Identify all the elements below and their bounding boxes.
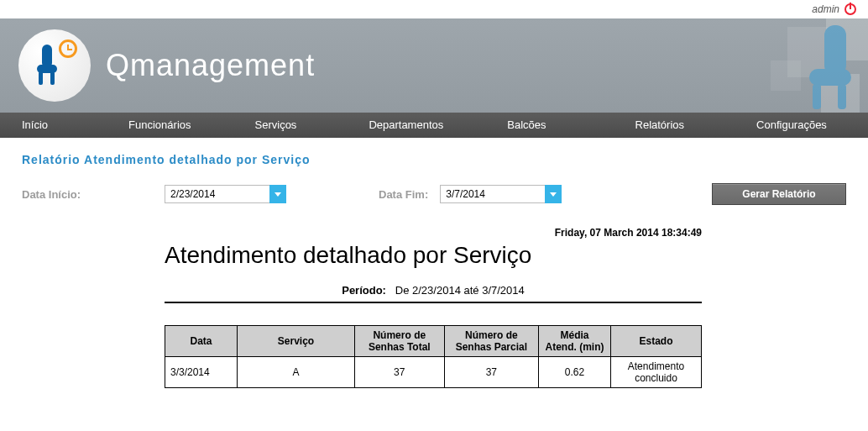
generate-report-button[interactable]: Gerar Relatório	[712, 183, 846, 205]
table-header-row: Data Serviço Número de Senhas Total Núme…	[165, 326, 702, 357]
end-date-field[interactable]	[440, 185, 562, 203]
report-period: Período: De 2/23/2014 até 3/7/2014	[165, 284, 702, 297]
cell-data: 3/3/2014	[165, 357, 238, 388]
clock-icon	[59, 39, 77, 58]
chair-icon	[37, 45, 60, 87]
breadcrumb: Relatório Atendimento detalhado por Serv…	[22, 153, 846, 166]
nav-servicos[interactable]: Serviços	[240, 113, 312, 138]
report-table: Data Serviço Número de Senhas Total Núme…	[165, 325, 702, 388]
col-senhas-total: Número de Senhas Total	[355, 326, 445, 357]
nav-balcoes[interactable]: Balcões	[492, 113, 561, 138]
table-row: 3/3/2014 A 37 37 0.62 Atendimento conclu…	[165, 357, 702, 388]
nav-relatorios[interactable]: Relatórios	[620, 113, 700, 138]
logout-icon[interactable]	[844, 3, 856, 15]
end-date-input[interactable]	[440, 185, 562, 203]
top-strip: admin	[0, 0, 868, 18]
col-servico: Serviço	[238, 326, 355, 357]
report-timestamp: Friday, 07 March 2014 18:34:49	[165, 227, 702, 239]
col-senhas-parcial: Número de Senhas Parcial	[444, 326, 539, 357]
nav-funcionarios[interactable]: Funcionários	[113, 113, 206, 138]
start-date-label: Data Início:	[22, 188, 165, 201]
cell-media: 0.62	[539, 357, 611, 388]
brand-title: Qmanagement	[106, 48, 315, 83]
period-value: De 2/23/2014 até 3/7/2014	[395, 284, 525, 297]
col-media: Média Atend. (min)	[539, 326, 611, 357]
col-data: Data	[165, 326, 238, 357]
nav-configuracoes[interactable]: Configurações	[741, 113, 842, 138]
logo	[18, 29, 91, 102]
page: Relatório Atendimento detalhado por Serv…	[0, 138, 868, 413]
cell-estado: Atendimento concluido	[610, 357, 701, 388]
start-date-field[interactable]	[165, 185, 286, 203]
start-date-input[interactable]	[165, 185, 286, 203]
cell-senhas-total: 37	[355, 357, 445, 388]
banner-decoration	[650, 18, 868, 113]
main-nav: Início Funcionários Serviços Departament…	[0, 113, 868, 138]
report: Friday, 07 March 2014 18:34:49 Atendimen…	[165, 227, 702, 388]
report-divider	[165, 302, 702, 303]
filter-bar: Data Início: Data Fim: Gerar Relatório	[22, 183, 846, 205]
nav-departamentos[interactable]: Departamentos	[353, 113, 458, 138]
current-user: admin	[812, 3, 839, 15]
end-date-dropdown-icon[interactable]	[545, 185, 562, 203]
report-title: Atendimento detalhado por Serviço	[165, 242, 702, 269]
end-date-label: Data Fim:	[379, 188, 428, 201]
cell-servico: A	[238, 357, 355, 388]
nav-inicio[interactable]: Início	[7, 113, 63, 138]
period-label: Período:	[342, 284, 386, 297]
cell-senhas-parcial: 37	[444, 357, 539, 388]
col-estado: Estado	[610, 326, 701, 357]
banner: Qmanagement	[0, 18, 868, 113]
start-date-dropdown-icon[interactable]	[269, 185, 286, 203]
